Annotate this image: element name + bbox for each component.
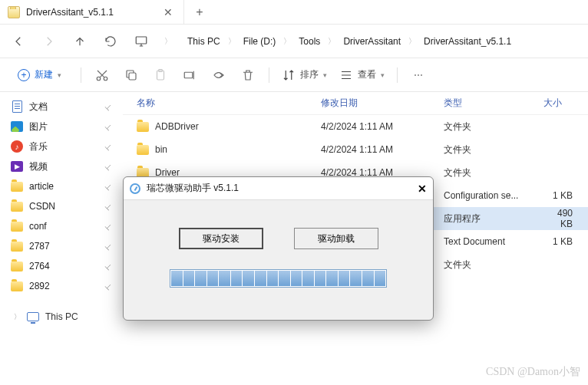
file-type: 文件夹 (444, 258, 543, 271)
sidebar-item[interactable]: 2892⊥ (6, 276, 117, 296)
view-button[interactable]: 查看 ▾ (339, 68, 385, 82)
svg-point-2 (104, 77, 107, 81)
close-tab-icon[interactable]: ✕ (160, 6, 176, 18)
back-button[interactable] (11, 34, 26, 49)
table-row[interactable]: bin4/2/2024 1:11 AM文件夹 (123, 138, 588, 161)
more-button[interactable]: ⋯ (410, 67, 427, 84)
pin-icon: ⊥ (103, 281, 114, 291)
breadcrumb-item[interactable]: DriverAssitant_v5.1.1 (424, 36, 511, 47)
copy-button[interactable] (123, 67, 140, 84)
file-type: 应用程序 (444, 212, 543, 225)
table-row[interactable]: ADBDriver4/2/2024 1:11 AM文件夹 (123, 115, 588, 138)
sidebar-this-pc[interactable]: 〉 This PC (6, 307, 117, 327)
sidebar-item[interactable]: CSDN⊥ (6, 196, 117, 216)
doc-icon (11, 100, 23, 113)
sidebar-item-label: 音乐 (29, 140, 48, 153)
up-button[interactable] (72, 34, 88, 49)
share-button[interactable] (210, 67, 227, 84)
sidebar-item[interactable]: article⊥ (6, 176, 117, 196)
chevron-right-icon: 〉 (283, 36, 291, 47)
pin-icon: ⊥ (103, 141, 114, 152)
install-driver-button[interactable]: 驱动安装 (179, 228, 263, 249)
sidebar-item[interactable]: 2787⊥ (6, 236, 117, 256)
chevron-right-icon: 〉 (228, 36, 236, 47)
file-type: 文件夹 (444, 120, 543, 133)
sidebar-item-label: 2892 (29, 281, 50, 291)
svg-rect-0 (136, 37, 147, 44)
sidebar: 文档⊥图片⊥♪音乐⊥▶视频⊥article⊥CSDN⊥conf⊥2787⊥276… (0, 92, 123, 385)
pin-icon: ⊥ (103, 121, 114, 132)
col-type[interactable]: 类型 (444, 97, 543, 110)
titlebar: DriverAssitant_v5.1.1 ✕ + (0, 0, 588, 25)
dialog-titlebar[interactable]: 瑞芯微驱动助手 v5.1.1 ✕ (124, 177, 433, 200)
sidebar-item-label: 2787 (29, 241, 50, 252)
sidebar-item-label: 图片 (29, 120, 48, 133)
breadcrumb-item[interactable]: DriverAssitant (343, 36, 401, 47)
sidebar-item[interactable]: 2764⊥ (6, 256, 117, 276)
tab-title: DriverAssitant_v5.1.1 (26, 7, 154, 18)
col-size[interactable]: 大小 (543, 97, 588, 110)
file-type: Configuration se... (444, 190, 543, 201)
file-size: 1 KB (543, 236, 588, 247)
pin-icon: ⊥ (103, 201, 114, 212)
new-tab-button[interactable]: + (184, 0, 215, 24)
chevron-right-icon: 〉 (408, 36, 416, 47)
breadcrumb[interactable]: This PC〉 File (D:)〉 Tools〉 DriverAssitan… (187, 36, 511, 47)
watermark: CSDN @Damon小智 (486, 365, 580, 379)
paste-button[interactable] (152, 67, 169, 84)
folder-icon (137, 145, 149, 155)
driver-assistant-dialog: 瑞芯微驱动助手 v5.1.1 ✕ 驱动安装 驱动卸载 (123, 176, 434, 321)
sidebar-item[interactable]: 图片⊥ (6, 117, 117, 137)
sidebar-item-label: 视频 (29, 160, 48, 173)
cut-button[interactable] (94, 67, 111, 84)
sidebar-item[interactable]: ♪音乐⊥ (6, 137, 117, 156)
plus-circle-icon: + (18, 69, 30, 81)
sidebar-item[interactable]: conf⊥ (6, 216, 117, 236)
rename-button[interactable] (181, 67, 198, 84)
breadcrumb-item[interactable]: This PC (187, 36, 220, 47)
sort-button[interactable]: 排序 ▾ (282, 68, 327, 82)
refresh-button[interactable] (103, 34, 118, 49)
separator (81, 67, 81, 83)
sidebar-item[interactable]: 文档⊥ (6, 97, 117, 117)
separator (269, 67, 269, 83)
file-type: 文件夹 (444, 166, 543, 179)
breadcrumb-item[interactable]: File (D:) (243, 36, 276, 47)
uninstall-driver-button[interactable]: 驱动卸载 (294, 228, 378, 249)
monitor-icon (27, 312, 39, 321)
folder-icon (11, 260, 23, 272)
forward-button[interactable] (41, 34, 57, 49)
col-date[interactable]: 修改日期 (321, 97, 444, 110)
toolbar: + 新建 ▾ 排序 ▾ 查看 ▾ ⋯ (0, 58, 588, 92)
dialog-title: 瑞芯微驱动助手 v5.1.1 (147, 182, 418, 195)
close-icon[interactable]: ✕ (418, 183, 427, 195)
col-name[interactable]: 名称 (137, 97, 321, 110)
new-button[interactable]: + 新建 ▾ (11, 64, 68, 85)
breadcrumb-item[interactable]: Tools (299, 36, 320, 47)
sidebar-item[interactable]: ▶视频⊥ (6, 156, 117, 176)
svg-rect-3 (129, 73, 136, 80)
chevron-right-icon: 〉 (328, 36, 335, 47)
file-date: 4/2/2024 1:11 AM (321, 144, 444, 155)
sidebar-item-label: 2764 (29, 261, 50, 271)
chevron-right-icon: 〉 (14, 312, 21, 322)
separator (397, 67, 398, 83)
folder-icon (11, 180, 23, 192)
folder-icon (137, 122, 149, 132)
video-icon: ▶ (11, 160, 23, 173)
music-icon: ♪ (11, 140, 23, 153)
file-type: Text Document (444, 236, 543, 247)
svg-point-1 (97, 77, 101, 81)
pin-icon: ⊥ (103, 241, 114, 252)
column-headers[interactable]: 名称 修改日期 类型 大小 (123, 92, 588, 115)
folder-icon (11, 220, 23, 232)
pin-icon: ⊥ (103, 161, 114, 172)
window-tab[interactable]: DriverAssitant_v5.1.1 ✕ (0, 0, 184, 24)
delete-button[interactable] (239, 67, 256, 84)
monitor-icon[interactable] (134, 34, 149, 49)
app-icon (130, 183, 140, 194)
this-pc-label: This PC (45, 311, 78, 322)
file-date: 4/2/2024 1:11 AM (321, 121, 444, 132)
folder-icon (8, 6, 20, 18)
progress-bar (170, 269, 387, 288)
